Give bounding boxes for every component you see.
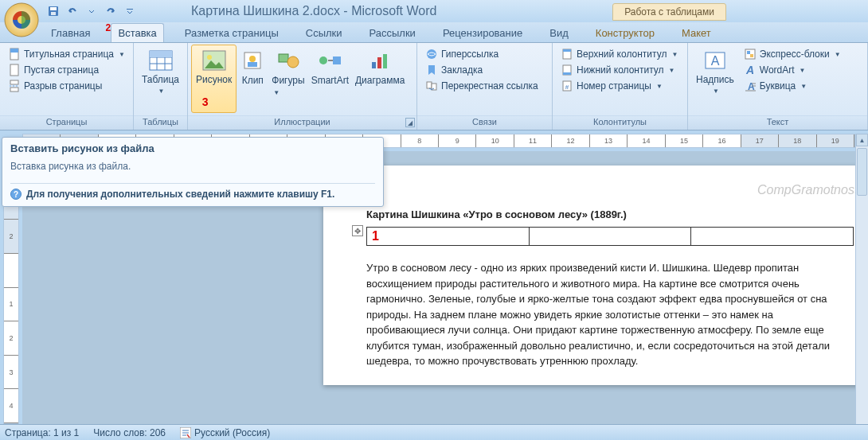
hyperlink-button[interactable]: Гиперссылка (422, 46, 542, 62)
table-button[interactable]: Таблица▼ (137, 45, 184, 113)
group-label-tables: Таблицы (134, 115, 187, 130)
group-links: Гиперссылка Закладка Перекрестная ссылка… (417, 43, 553, 130)
tab-references[interactable]: Ссылки (299, 24, 349, 42)
svg-rect-34 (563, 49, 571, 52)
quickparts-button[interactable]: Экспресс-блоки▼ (741, 46, 844, 62)
vertical-scrollbar[interactable]: ▲ (855, 134, 868, 424)
svg-rect-10 (10, 88, 18, 92)
tooltip-title: Вставить рисунок из файла (10, 142, 375, 154)
header-button[interactable]: Верхний колонтитул▼ (557, 46, 681, 62)
page-number-button[interactable]: #Номер страницы▼ (557, 78, 681, 94)
tab-home[interactable]: Главная (45, 24, 96, 42)
tooltip-help: ?Для получения дополнительных сведений н… (10, 183, 375, 200)
header-icon (561, 48, 573, 60)
svg-rect-27 (372, 62, 376, 68)
blank-page-button[interactable]: Пустая страница (5, 62, 128, 78)
chevron-down-icon: ▼ (273, 89, 280, 96)
svg-rect-9 (10, 80, 18, 84)
chevron-down-icon: ▼ (671, 51, 678, 58)
document-body-text[interactable]: Утро в сосновом лесу - одно из ярких про… (366, 260, 854, 369)
page-number-icon: # (561, 80, 573, 92)
svg-rect-17 (150, 51, 172, 57)
svg-text:A: A (711, 54, 720, 68)
table-cell[interactable] (529, 228, 691, 246)
save-icon[interactable] (45, 2, 62, 20)
crossref-icon (425, 80, 438, 92)
ribbon-tabs: Главная 2Вставка Разметка страницы Ссылк… (0, 22, 868, 43)
clipart-button[interactable]: Клип (237, 45, 268, 86)
document-heading[interactable]: Картина Шишкина «Утро в сосновом лесу» (… (366, 208, 854, 220)
chart-icon (367, 48, 393, 73)
shapes-button[interactable]: Фигуры▼ (268, 45, 307, 97)
tab-review[interactable]: Рецензирование (436, 24, 529, 42)
svg-text:A: A (745, 64, 754, 76)
group-text: A Надпись▼ Экспресс-блоки▼ AWordArt▼ AБу… (688, 43, 868, 130)
group-pages: Титульная страница▼ Пустая страница Разр… (0, 43, 134, 130)
chevron-down-icon: ▼ (119, 51, 125, 58)
tab-page-layout[interactable]: Разметка страницы (178, 24, 285, 42)
page-break-icon (8, 80, 21, 92)
table-move-handle[interactable]: ✥ (352, 225, 363, 236)
tab-view[interactable]: Вид (543, 24, 575, 42)
document-table[interactable]: 1 (366, 227, 854, 246)
tab-mailings[interactable]: Рассылки (363, 24, 422, 42)
status-word-count[interactable]: Число слов: 206 (93, 427, 166, 438)
wordart-button[interactable]: AWordArt▼ (741, 62, 844, 78)
document-page[interactable]: CompGramotnost.ru Картина Шишкина «Утро … (323, 165, 855, 385)
tab-insert[interactable]: 2Вставка (111, 23, 163, 42)
table-cell[interactable]: 1 (367, 228, 530, 246)
qat-customize-icon[interactable] (121, 2, 139, 20)
ribbon: Титульная страница▼ Пустая страница Разр… (0, 43, 868, 130)
footer-button[interactable]: Нижний колонтитул▼ (557, 62, 681, 78)
scroll-thumb[interactable] (857, 148, 867, 196)
textbox-icon: A (702, 48, 728, 73)
crossref-button[interactable]: Перекрестная ссылка (422, 78, 542, 94)
svg-rect-3 (50, 7, 57, 10)
hyperlink-icon (425, 48, 438, 60)
undo-icon[interactable] (64, 2, 81, 20)
svg-rect-36 (563, 72, 571, 75)
group-label-pages: Страницы (0, 115, 133, 130)
svg-rect-43 (750, 54, 753, 57)
svg-point-21 (249, 56, 256, 62)
group-headerfooter: Верхний колонтитул▼ Нижний колонтитул▼ #… (553, 43, 688, 130)
chevron-down-icon: ▼ (669, 67, 675, 74)
svg-rect-5 (127, 9, 133, 10)
textbox-button[interactable]: A Надпись▼ (691, 45, 739, 113)
table-tools-contextual: Работа с таблицами (612, 3, 726, 21)
tab-layout[interactable]: Макет (675, 24, 717, 42)
office-button[interactable] (3, 2, 40, 38)
chart-button[interactable]: Диаграмма (352, 45, 408, 86)
svg-point-25 (319, 56, 327, 64)
bookmark-button[interactable]: Закладка (422, 62, 542, 78)
picture-button[interactable]: Рисунок 3 (191, 45, 237, 113)
redo-icon[interactable] (102, 2, 119, 20)
status-language[interactable]: Русский (Россия) (180, 427, 270, 438)
table-cell[interactable] (691, 228, 854, 246)
tab-design[interactable]: Конструктор (589, 24, 661, 42)
status-page[interactable]: Страница: 1 из 1 (5, 427, 79, 438)
cover-page-button[interactable]: Титульная страница▼ (5, 46, 128, 62)
smartart-button[interactable]: SmartArt (308, 45, 352, 86)
blank-page-icon (8, 64, 21, 76)
svg-point-19 (207, 55, 212, 60)
page-break-button[interactable]: Разрыв страницы (5, 78, 128, 94)
table-row: 1 (367, 228, 854, 246)
tooltip-description: Вставка рисунка из файла. (10, 161, 375, 172)
dropcap-icon: A (744, 80, 757, 92)
dialog-launcher-icon[interactable]: ◢ (405, 118, 415, 127)
dropcap-button[interactable]: AБуквица▼ (741, 78, 844, 94)
chevron-down-icon: ▼ (800, 67, 806, 74)
smartart-icon (317, 48, 342, 73)
scroll-up-button[interactable]: ▲ (856, 134, 868, 146)
status-bar: Страница: 1 из 1 Число слов: 206 Русский… (0, 424, 868, 440)
clipart-icon (240, 48, 265, 73)
watermark: CompGramotnost.ru (757, 183, 855, 197)
group-illustrations: Рисунок 3 Клип Фигуры▼ SmartArt Диаграмм… (188, 43, 417, 130)
undo-dropdown-icon[interactable] (83, 2, 100, 20)
chevron-down-icon: ▼ (800, 83, 807, 90)
badge-2: 2 (105, 22, 111, 33)
wordart-icon: A (744, 64, 757, 76)
svg-rect-7 (10, 49, 18, 53)
chevron-down-icon: ▼ (835, 51, 841, 58)
